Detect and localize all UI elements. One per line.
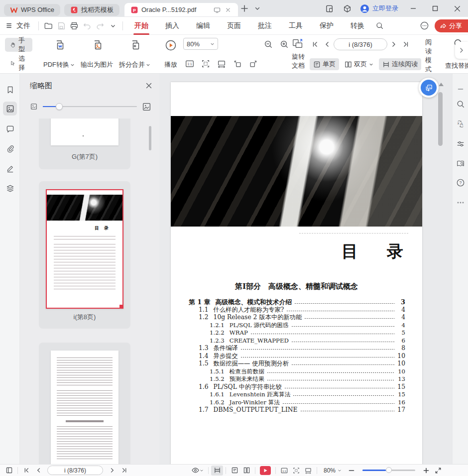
login-button[interactable]: 立即登录 xyxy=(356,4,402,13)
more-options-button[interactable] xyxy=(418,19,431,32)
menu-search-button[interactable] xyxy=(373,19,386,32)
thumbnail-size-slider[interactable] xyxy=(43,106,137,107)
zoom-level-button[interactable]: 80% xyxy=(324,467,342,474)
attachments-panel-button[interactable] xyxy=(3,141,17,155)
next-page-button-status[interactable] xyxy=(106,466,118,476)
print-button[interactable] xyxy=(68,19,81,32)
page-indicator-input[interactable]: i (8/376) xyxy=(334,38,387,50)
undo-button[interactable] xyxy=(81,19,94,32)
actual-size-button[interactable]: 1:1 xyxy=(183,57,196,70)
fullscreen-button[interactable] xyxy=(432,466,444,476)
read-mode-group[interactable]: 阅读模式 xyxy=(425,38,437,70)
zoom-out-button[interactable] xyxy=(262,38,275,51)
scroll-up-arrow[interactable] xyxy=(439,83,444,86)
continuous-reading-button[interactable]: 连续阅读 xyxy=(379,58,421,70)
tab-docer-templates[interactable]: 找稻壳模板 xyxy=(64,4,119,16)
menu-item-tools[interactable]: 工具 xyxy=(282,19,310,32)
rotate-right-button[interactable] xyxy=(247,57,260,70)
zoom-in-button-status[interactable] xyxy=(420,466,432,476)
previous-page-button-status[interactable] xyxy=(32,466,44,476)
zoom-slider[interactable] xyxy=(362,470,415,471)
last-page-button[interactable] xyxy=(400,38,411,51)
toggle-sidebar-button[interactable] xyxy=(3,466,15,476)
view-options-button[interactable] xyxy=(189,466,206,476)
comments-panel-button[interactable] xyxy=(3,122,17,136)
toolbar-expand-button[interactable] xyxy=(455,42,468,59)
rotate-document-group[interactable]: 旋转文档 xyxy=(292,38,305,70)
translate-button[interactable]: xA xyxy=(454,118,467,130)
continuous-mode-button-status[interactable] xyxy=(211,466,223,476)
actual-size-button-status[interactable]: 1:1 xyxy=(278,466,290,476)
zoom-in-button[interactable] xyxy=(278,38,291,51)
double-page-mode-button[interactable]: 双页 xyxy=(341,58,377,70)
redo-button[interactable] xyxy=(94,19,107,32)
pdf-convert-button[interactable]: PDF转换 xyxy=(40,38,78,70)
open-file-button[interactable] xyxy=(42,19,55,32)
select-tool-button[interactable]: 选择 xyxy=(5,56,32,70)
document-viewport[interactable]: 目 录 第Ⅰ部分 高级概念、精髓和调试概念 第 1 章 高级概念、模式和技术介绍… xyxy=(159,74,452,464)
help-button[interactable]: ? xyxy=(454,176,467,189)
menu-item-convert[interactable]: 转换 xyxy=(344,19,371,32)
slider-handle[interactable] xyxy=(56,103,63,110)
search-sidebar-button[interactable] xyxy=(454,98,467,111)
first-page-button[interactable] xyxy=(310,38,321,51)
quick-access-dropdown[interactable] xyxy=(107,19,119,32)
close-tab-icon[interactable] xyxy=(224,6,232,14)
tab-wps-home[interactable]: WPS Office xyxy=(4,4,60,16)
thumbnail-resize-handle[interactable] xyxy=(119,305,123,309)
mobile-device-button[interactable] xyxy=(320,0,338,17)
thumbnail-item-page8-selected[interactable]: 目录 i(第8页) xyxy=(39,181,130,329)
hand-tool-button[interactable]: 手型 xyxy=(5,38,32,52)
zoom-select[interactable]: 80% xyxy=(183,38,218,50)
last-page-button-status[interactable] xyxy=(118,466,130,476)
fit-page-button-status[interactable] xyxy=(290,466,302,476)
tab-document-active[interactable]: P Oracle P...5192.pdf xyxy=(124,3,238,16)
next-page-button[interactable] xyxy=(388,38,399,51)
thumbnails-panel-button[interactable] xyxy=(3,102,17,116)
scrollbar-thumb[interactable] xyxy=(438,92,443,146)
tab-list-button[interactable] xyxy=(251,2,264,15)
save-button[interactable] xyxy=(55,19,68,32)
export-image-button[interactable]: 输出为图片 xyxy=(78,38,116,70)
close-window-button[interactable] xyxy=(446,0,468,17)
single-page-button-status[interactable] xyxy=(229,466,240,476)
zoom-slider-handle[interactable] xyxy=(386,467,392,473)
first-page-button-status[interactable] xyxy=(20,466,32,476)
present-on-device-icon[interactable] xyxy=(213,6,221,14)
document-scrollbar[interactable] xyxy=(437,80,444,458)
fit-width-button[interactable] xyxy=(215,57,228,70)
menu-item-protect[interactable]: 保护 xyxy=(313,19,341,32)
collapse-sidebar-button[interactable] xyxy=(454,83,467,96)
layers-panel-button[interactable] xyxy=(3,181,17,195)
single-page-mode-button[interactable]: 单页 xyxy=(310,58,339,70)
new-tab-button[interactable] xyxy=(238,2,251,15)
share-button[interactable]: 分享 xyxy=(435,19,468,32)
bookmarks-panel-button[interactable] xyxy=(3,83,17,97)
menu-item-insert[interactable]: 插入 xyxy=(158,19,186,32)
file-menu-button[interactable]: 文件 xyxy=(0,21,35,30)
play-button-status[interactable] xyxy=(260,466,271,475)
split-merge-button[interactable]: 拆分合并 xyxy=(116,38,153,70)
workspace-button[interactable] xyxy=(338,0,356,17)
play-slideshow-button[interactable]: 播放 xyxy=(161,38,180,70)
display-settings-button[interactable] xyxy=(454,137,467,150)
maximize-button[interactable] xyxy=(424,0,446,17)
zoom-out-button-status[interactable] xyxy=(346,466,357,476)
menu-item-page[interactable]: 页面 xyxy=(220,19,248,32)
minimize-button[interactable] xyxy=(402,0,424,17)
page-indicator-input-status[interactable]: i (8/376) xyxy=(47,466,103,475)
double-page-button-status[interactable] xyxy=(240,466,252,476)
fit-width-button-status[interactable] xyxy=(302,466,314,476)
menu-item-annotate[interactable]: 批注 xyxy=(251,19,279,32)
signature-panel-button[interactable] xyxy=(3,161,17,175)
rotate-left-button[interactable] xyxy=(231,57,244,70)
dictionary-lookup-button[interactable] xyxy=(454,157,467,170)
previous-page-button[interactable] xyxy=(322,38,333,51)
thumbnail-item-next[interactable] xyxy=(39,343,130,464)
more-sidebar-button[interactable] xyxy=(454,196,467,209)
thumbnail-scrollbar[interactable] xyxy=(149,126,151,150)
fit-page-button[interactable] xyxy=(199,57,212,70)
close-panel-icon[interactable] xyxy=(145,82,152,89)
thumbnail-item-page7[interactable]: G(第7页) xyxy=(39,119,130,169)
menu-item-edit[interactable]: 编辑 xyxy=(189,19,217,32)
